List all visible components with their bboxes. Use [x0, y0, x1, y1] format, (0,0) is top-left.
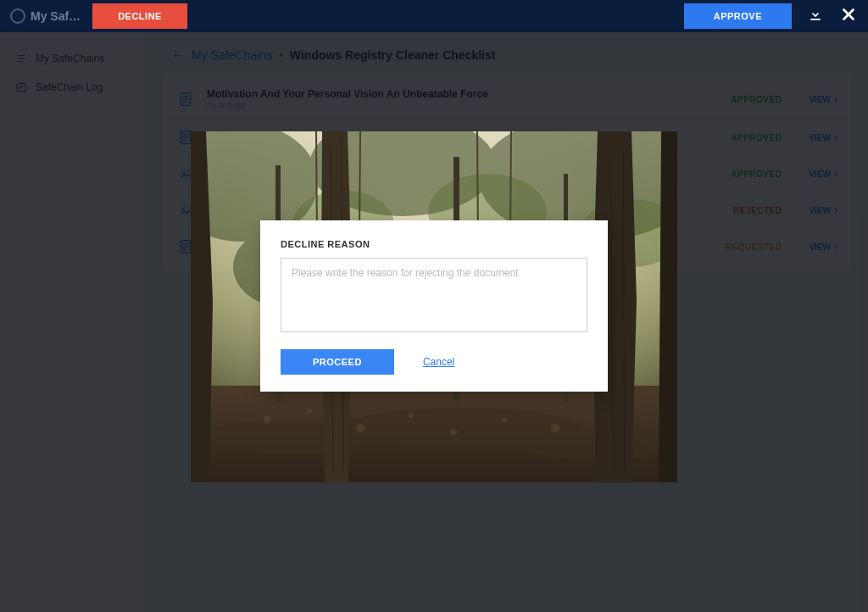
- decline-reason-input[interactable]: [281, 258, 587, 332]
- logo-icon: [10, 8, 25, 24]
- svg-point-29: [450, 429, 457, 436]
- download-icon[interactable]: [807, 6, 824, 26]
- svg-point-30: [502, 417, 507, 422]
- decline-button[interactable]: DECLINE: [92, 3, 187, 29]
- proceed-button[interactable]: PROCEED: [281, 349, 394, 375]
- svg-point-26: [307, 409, 312, 414]
- cancel-link[interactable]: Cancel: [423, 356, 454, 368]
- app-header-overlayed: My Saf… DECLINE APPROVE: [0, 0, 868, 32]
- header-actions: APPROVE: [684, 3, 858, 29]
- decline-reason-modal: DECLINE REASON PROCEED Cancel: [260, 220, 608, 392]
- modal-title: DECLINE REASON: [281, 239, 587, 249]
- svg-point-25: [264, 416, 270, 423]
- svg-point-31: [551, 424, 559, 432]
- close-icon[interactable]: [839, 5, 858, 27]
- brand-text: My Saf…: [31, 9, 81, 23]
- modal-actions: PROCEED Cancel: [281, 349, 587, 375]
- svg-point-27: [356, 424, 364, 432]
- brand-logo: My Saf…: [10, 8, 81, 24]
- svg-point-28: [409, 413, 414, 418]
- approve-button[interactable]: APPROVE: [684, 3, 792, 29]
